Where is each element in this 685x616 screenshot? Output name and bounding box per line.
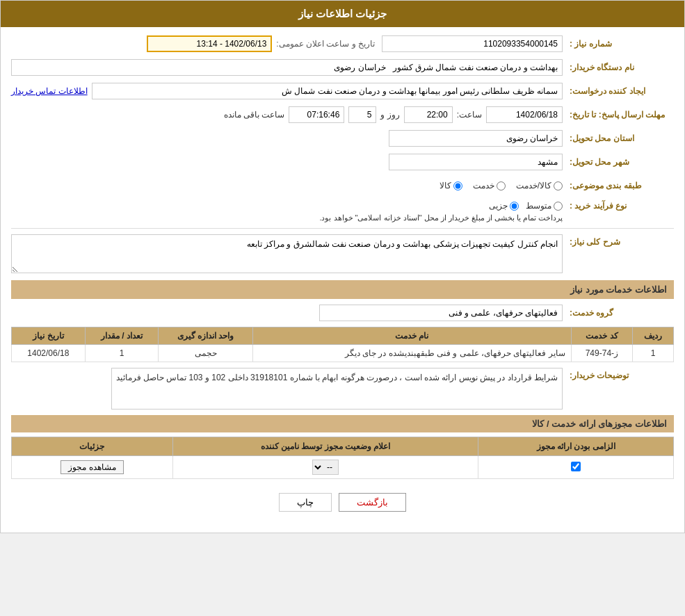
lic-detail-cell[interactable]: مشاهده مجوز xyxy=(12,456,173,479)
creator-input xyxy=(92,83,563,99)
cell-date: 1402/06/18 xyxy=(12,345,86,362)
lic-required-checkbox[interactable] xyxy=(571,462,581,471)
view-license-button[interactable]: مشاهده مجوز xyxy=(61,460,123,474)
category-label: طبقه بندی موضوعی: xyxy=(563,181,674,191)
announcement-datetime-label: تاریخ و ساعت اعلان عمومی: xyxy=(276,39,375,49)
process-option-motavaset[interactable]: متوسط xyxy=(526,201,563,211)
col-header-code: کد خدمت xyxy=(571,327,632,345)
col-header-name: نام خدمت xyxy=(252,327,571,345)
lic-col-detail: جزئیات xyxy=(12,437,173,456)
lic-col-required: الزامی بودن ارائه مجوز xyxy=(478,437,674,456)
cell-row: 1 xyxy=(633,345,674,362)
creator-label: ایجاد کننده درخواست: xyxy=(563,86,674,96)
cell-unit: حجمی xyxy=(159,345,252,362)
city-input xyxy=(389,154,563,170)
service-group-input xyxy=(319,305,563,321)
page-title: جزئیات اطلاعات نیاز xyxy=(1,1,684,27)
deadline-days-input xyxy=(348,106,376,123)
buyer-notes-text: شرایط قرارداد در پیش نویس ارائه شده است … xyxy=(111,368,563,410)
creator-contact-link[interactable]: اطلاعات تماس خریدار xyxy=(11,86,88,96)
back-button[interactable]: بازگشت xyxy=(339,493,406,512)
province-label: استان محل تحویل: xyxy=(563,133,674,143)
process-note-text: پرداخت تمام یا بخشی از مبلغ خریدار از مح… xyxy=(319,213,563,222)
licenses-table: الزامی بودن ارائه مجوز اعلام وضعیت مجوز … xyxy=(11,437,674,479)
deadline-date-input xyxy=(486,106,563,123)
lic-status-cell[interactable]: -- xyxy=(172,456,478,479)
services-table: ردیف کد خدمت نام خدمت واحد اندازه گیری ت… xyxy=(11,327,674,362)
services-section-header: اطلاعات خدمات مورد نیاز xyxy=(11,280,674,299)
service-group-label: گروه خدمت: xyxy=(563,308,674,318)
print-button[interactable]: چاپ xyxy=(279,493,332,512)
deadline-time-label: ساعت: xyxy=(457,110,482,120)
deadline-remaining-input xyxy=(289,106,344,123)
table-row: 1 ز-74-749 سایر فعالیتهای حرفهای، علمی و… xyxy=(12,345,674,362)
cell-code: ز-74-749 xyxy=(571,345,632,362)
process-option-jozee[interactable]: جزیی xyxy=(489,201,519,211)
deadline-days-label: روز و xyxy=(380,110,399,120)
description-textarea[interactable]: انجام کنترل کیفیت تجهیزات پزشکی بهداشت و… xyxy=(11,234,563,273)
licenses-section-header: اطلاعات مجوزهای ارائه خدمت / کالا xyxy=(11,415,674,432)
deadline-remaining-label: ساعت باقی مانده xyxy=(224,110,285,120)
process-radio-motavaset[interactable] xyxy=(554,202,563,211)
buyer-org-label: نام دستگاه خریدار: xyxy=(563,63,674,72)
col-header-unit: واحد اندازه گیری xyxy=(159,327,252,345)
process-type-label: نوع فرآیند خرید : xyxy=(563,201,674,211)
category-option-kala-khedmat[interactable]: کالا/خدمت xyxy=(516,181,563,191)
city-label: شهر محل تحویل: xyxy=(563,157,674,167)
announcement-datetime-input[interactable] xyxy=(147,35,272,52)
deadline-time-input xyxy=(404,106,453,123)
footer-buttons: بازگشت چاپ xyxy=(11,493,674,512)
cell-name: سایر فعالیتهای حرفهای، علمی و فنی طبقهبن… xyxy=(252,345,571,362)
lic-col-status: اعلام وضعیت مجوز توسط نامین کننده xyxy=(172,437,478,456)
category-radio-kala-khedmat[interactable] xyxy=(554,181,563,191)
cell-qty: 1 xyxy=(85,345,159,362)
description-label: شرح کلی نیاز: xyxy=(563,234,674,247)
category-option-khedmat[interactable]: خدمت xyxy=(473,181,506,191)
category-option-kala[interactable]: کالا xyxy=(440,181,462,191)
province-input xyxy=(389,130,563,147)
need-number-input[interactable] xyxy=(382,35,563,52)
category-radio-group: کالا/خدمت خدمت کالا xyxy=(440,181,563,191)
lic-required-cell xyxy=(478,456,674,479)
category-radio-khedmat[interactable] xyxy=(497,181,506,191)
category-radio-kala[interactable] xyxy=(453,181,462,191)
col-header-qty: تعداد / مقدار xyxy=(85,327,159,345)
lic-status-select[interactable]: -- xyxy=(312,460,339,475)
need-number-label: شماره نیاز : xyxy=(563,39,674,49)
buyer-org-input xyxy=(11,59,563,76)
list-item: -- مشاهده مجوز xyxy=(12,456,674,479)
buyer-notes-label: توضیحات خریدار: xyxy=(563,368,674,380)
col-header-row: ردیف xyxy=(633,327,674,345)
process-radio-jozee[interactable] xyxy=(510,202,519,211)
deadline-label: مهلت ارسال پاسخ: تا تاریخ: xyxy=(563,110,674,120)
col-header-date: تاریخ نیاز xyxy=(12,327,86,345)
